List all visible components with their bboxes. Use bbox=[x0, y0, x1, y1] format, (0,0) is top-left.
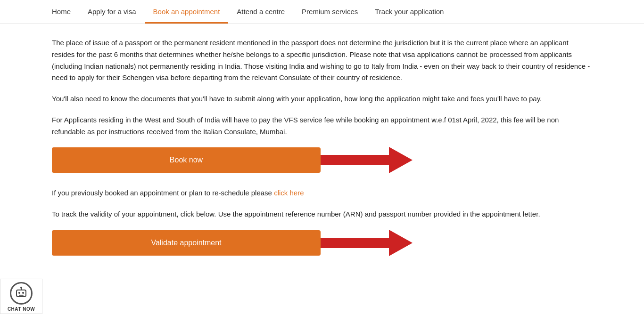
svg-point-4 bbox=[20, 287, 22, 289]
chat-now-widget[interactable]: CHAT NOW bbox=[0, 279, 42, 314]
reschedule-paragraph: If you previously booked an appointment … bbox=[52, 187, 592, 199]
validate-appointment-button[interactable]: Validate appointment bbox=[52, 230, 321, 256]
book-now-row: Book now bbox=[52, 147, 592, 173]
validate-description: To track the validity of your appointmen… bbox=[52, 209, 592, 220]
arrow-shaft bbox=[321, 155, 389, 165]
nav-home[interactable]: Home bbox=[52, 0, 79, 24]
svg-point-1 bbox=[18, 292, 20, 294]
vfs-fee-paragraph: For Applicants residing in the West and … bbox=[52, 114, 592, 138]
main-content: The place of issue of a passport or the … bbox=[0, 24, 644, 289]
nav-attend-centre[interactable]: Attend a centre bbox=[228, 0, 293, 24]
nav-apply-visa[interactable]: Apply for a visa bbox=[79, 0, 145, 24]
svg-point-2 bbox=[22, 292, 24, 294]
documents-paragraph: You'll also need to know the documents t… bbox=[52, 93, 592, 105]
chat-now-label: CHAT NOW bbox=[8, 306, 35, 312]
chat-icon bbox=[10, 282, 33, 305]
svg-rect-5 bbox=[19, 295, 24, 296]
nav-bar: Home Apply for a visa Book an appointmen… bbox=[0, 0, 644, 24]
click-here-link[interactable]: click here bbox=[274, 189, 304, 197]
nav-premium-services[interactable]: Premium services bbox=[293, 0, 366, 24]
validate-arrow bbox=[321, 230, 413, 256]
nav-track-application[interactable]: Track your application bbox=[366, 0, 452, 24]
arrow-head bbox=[389, 147, 413, 173]
validate-arrow-head bbox=[389, 230, 413, 256]
jurisdiction-paragraph: The place of issue of a passport or the … bbox=[52, 37, 592, 84]
reschedule-text-pre: If you previously booked an appointment … bbox=[52, 189, 274, 197]
chat-robot-svg bbox=[14, 286, 28, 300]
nav-book-appointment[interactable]: Book an appointment bbox=[145, 0, 229, 24]
book-now-arrow bbox=[321, 147, 413, 173]
validate-arrow-shaft bbox=[321, 238, 389, 248]
book-now-button[interactable]: Book now bbox=[52, 147, 321, 173]
validate-row: Validate appointment bbox=[52, 230, 592, 256]
